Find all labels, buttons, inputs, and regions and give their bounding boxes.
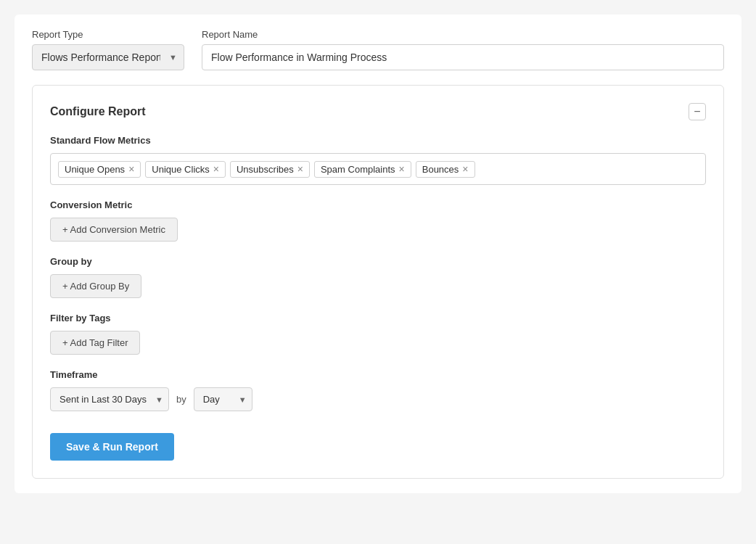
report-type-select-wrapper: Flows Performance Report ▼ [32, 44, 184, 70]
page-wrapper: Report Type Flows Performance Report ▼ R… [15, 15, 741, 493]
minus-icon: − [694, 106, 700, 118]
metrics-container: Unique Opens × Unique Clicks × Unsubscri… [50, 153, 706, 185]
metric-tag-spam-complaints: Spam Complaints × [314, 161, 411, 178]
conversion-metric-section: Conversion Metric + Add Conversion Metri… [50, 199, 706, 242]
report-type-label: Report Type [32, 29, 184, 40]
timeframe-granularity-wrapper: Day Week Month ▼ [194, 387, 252, 411]
metric-tag-bounces: Bounces × [416, 161, 475, 178]
timeframe-granularity-select[interactable]: Day Week Month [194, 387, 252, 411]
filter-by-tags-section: Filter by Tags + Add Tag Filter [50, 313, 706, 355]
metric-tag-unsubscribes: Unsubscribes × [230, 161, 310, 178]
timeframe-period-select[interactable]: Sent in Last 30 Days Sent in Last 7 Days… [50, 387, 169, 411]
remove-unique-clicks-button[interactable]: × [213, 164, 219, 174]
report-name-label: Report Name [202, 29, 724, 40]
configure-report-panel: Configure Report − Standard Flow Metrics… [32, 85, 724, 479]
save-run-report-button[interactable]: Save & Run Report [50, 433, 174, 461]
metric-tag-label: Unsubscribes [237, 164, 294, 175]
by-label: by [176, 394, 186, 405]
report-name-group: Report Name [202, 29, 724, 70]
metric-tag-label: Bounces [422, 164, 459, 175]
report-type-select[interactable]: Flows Performance Report [32, 44, 184, 70]
add-conversion-metric-button[interactable]: + Add Conversion Metric [50, 218, 178, 242]
remove-unique-opens-button[interactable]: × [128, 164, 134, 174]
add-group-by-button[interactable]: + Add Group By [50, 274, 141, 298]
group-by-label: Group by [50, 256, 706, 267]
conversion-metric-label: Conversion Metric [50, 199, 706, 210]
configure-header: Configure Report − [50, 103, 706, 120]
group-by-section: Group by + Add Group By [50, 256, 706, 298]
remove-bounces-button[interactable]: × [462, 164, 468, 174]
timeframe-row: Sent in Last 30 Days Sent in Last 7 Days… [50, 387, 706, 411]
metric-tag-unique-clicks: Unique Clicks × [145, 161, 226, 178]
remove-unsubscribes-button[interactable]: × [297, 164, 303, 174]
collapse-button[interactable]: − [689, 103, 706, 120]
metric-tag-unique-opens: Unique Opens × [58, 161, 141, 178]
filter-by-tags-label: Filter by Tags [50, 313, 706, 323]
timeframe-period-wrapper: Sent in Last 30 Days Sent in Last 7 Days… [50, 387, 169, 411]
timeframe-section: Timeframe Sent in Last 30 Days Sent in L… [50, 369, 706, 411]
metric-tag-label: Unique Opens [65, 164, 125, 175]
metric-tag-label: Spam Complaints [321, 164, 395, 175]
report-type-group: Report Type Flows Performance Report ▼ [32, 29, 184, 70]
metric-tag-label: Unique Clicks [152, 164, 209, 175]
report-config-row: Report Type Flows Performance Report ▼ R… [32, 29, 724, 70]
add-tag-filter-button[interactable]: + Add Tag Filter [50, 331, 140, 355]
remove-spam-complaints-button[interactable]: × [399, 164, 405, 174]
timeframe-label: Timeframe [50, 369, 706, 380]
configure-title: Configure Report [50, 105, 146, 118]
report-name-input[interactable] [202, 44, 724, 70]
standard-flow-metrics-section: Standard Flow Metrics Unique Opens × Uni… [50, 135, 706, 185]
standard-flow-metrics-label: Standard Flow Metrics [50, 135, 706, 146]
